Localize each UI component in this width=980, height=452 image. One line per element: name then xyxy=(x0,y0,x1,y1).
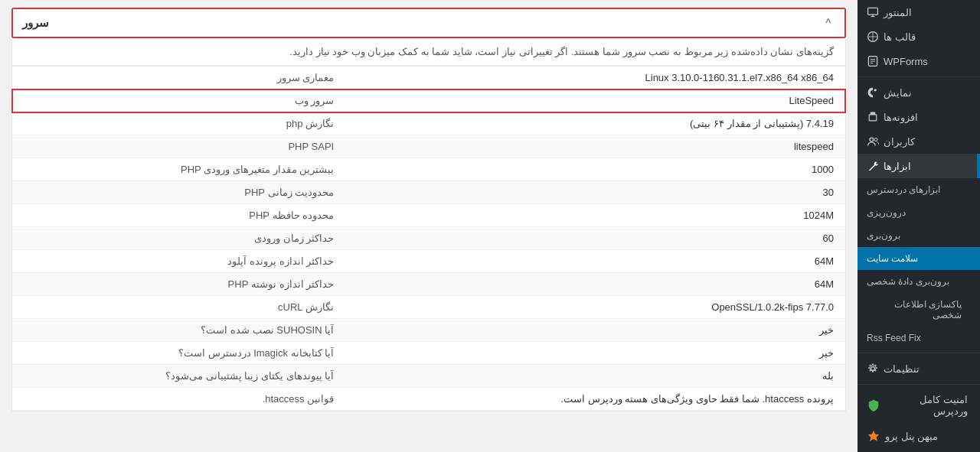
sidebar-item-export-personal[interactable]: برون‌بری دادۀ شخصی xyxy=(858,270,980,293)
sidebar-item-label: کاربران xyxy=(884,136,915,148)
sidebar-item-tools[interactable]: ابزارها xyxy=(858,154,980,178)
monitor-icon xyxy=(867,6,879,18)
sidebar-item-available-tools[interactable]: ابزارهای دردسترس xyxy=(858,178,980,201)
sidebar-item-label: درون‌ریزی xyxy=(867,207,906,218)
row-value: پرونده htaccess. شما فقط حاوی ویژگی‌های … xyxy=(345,388,845,411)
sidebar-item-plugins[interactable]: افزونه‌ها xyxy=(858,105,980,129)
panel-header: سرور ^ xyxy=(13,9,844,37)
table-row: 1000بیشترین مقدار متغیرهای ورودی PHP xyxy=(12,158,845,181)
row-label: محدودیت زمانی PHP xyxy=(12,181,345,204)
row-label: قوانین htaccess. xyxy=(12,388,345,411)
row-label: سرور وب xyxy=(12,89,345,112)
sidebar-item-monitor[interactable]: المنتور xyxy=(858,0,980,24)
row-value: بله xyxy=(345,365,845,388)
row-value: 1024M xyxy=(345,204,845,227)
row-value: خیر xyxy=(345,319,845,342)
sidebar-item-wpforms[interactable]: WPForms xyxy=(858,49,980,73)
star-icon xyxy=(867,429,880,443)
tools-icon xyxy=(867,160,879,172)
sidebar-item-label: المنتور xyxy=(884,7,912,18)
row-value: 30 xyxy=(345,181,845,204)
sidebar-item-export[interactable]: برون‌بری xyxy=(858,224,980,247)
sidebar-item-label: قالب ها xyxy=(884,31,916,43)
row-label: آیا SUHOSIN نصب شده است؟ xyxy=(12,319,345,342)
table-row: 7.4.19 (پشتیبانی از مقدار ۶۴ بیتی)نگارش … xyxy=(12,112,845,135)
server-info-table: Linux 3.10.0-1160.31.1.el7.x86_64 x86_64… xyxy=(12,67,845,411)
sidebar-section: المنتور قالب ها WPForms نمایش افزو xyxy=(858,0,980,452)
table-row: 30محدودیت زمانی PHP xyxy=(12,181,845,204)
main-content: سرور ^ گزینه‌های نشان داده‌شده زیر مربوط… xyxy=(0,0,858,452)
row-label: PHP SAPI xyxy=(12,135,345,158)
row-value: 64M xyxy=(345,250,845,273)
sidebar-item-erase-personal[interactable]: پاکسازی اطلاعات شخصی xyxy=(858,293,980,327)
table-row: پرونده htaccess. شما فقط حاوی ویژگی‌های … xyxy=(12,388,845,411)
row-value: litespeed xyxy=(345,135,845,158)
table-row: 60حداکثر زمان ورودی xyxy=(12,227,845,250)
table-row: OpenSSL/1.0.2k-fips 7.77.0نگارش cURL xyxy=(12,296,845,319)
sidebar-item-settings[interactable]: تنظیمات xyxy=(858,356,980,381)
sidebar-item-label: نمایش xyxy=(884,87,912,99)
users-icon xyxy=(867,135,879,148)
sidebar-item-rss-feed-fix[interactable]: Rss Feed Fix xyxy=(858,327,980,350)
info-table-container: Linux 3.10.0-1160.31.1.el7.x86_64 x86_64… xyxy=(11,66,846,411)
sidebar: المنتور قالب ها WPForms نمایش افزو xyxy=(858,0,980,452)
row-label: محدوده حافظه PHP xyxy=(12,204,345,227)
svg-point-14 xyxy=(874,138,877,141)
sidebar-item-themes[interactable]: قالب ها xyxy=(858,24,980,49)
row-label: نگارش cURL xyxy=(12,296,345,319)
row-label: آیا پیوندهای یکتای زیبا پشتیبانی می‌شود؟ xyxy=(12,365,345,388)
sidebar-item-import[interactable]: درون‌ریزی xyxy=(858,201,980,224)
shield-icon xyxy=(867,398,880,412)
sidebar-item-label: Rss Feed Fix xyxy=(867,333,921,343)
svg-rect-0 xyxy=(868,8,878,15)
sidebar-item-label: میهن پنل پرو xyxy=(885,431,938,442)
svg-rect-10 xyxy=(869,115,877,121)
row-value: LiteSpeed xyxy=(345,89,845,112)
table-row: خیرآیا SUHOSIN نصب شده است؟ xyxy=(12,319,845,342)
sidebar-item-label: برون‌بری xyxy=(867,230,900,241)
divider3 xyxy=(858,384,980,385)
table-row: litespeedPHP SAPI xyxy=(12,135,845,158)
sidebar-item-label: WPForms xyxy=(884,56,928,67)
row-value: 60 xyxy=(345,227,845,250)
panel-description: گزینه‌های نشان داده‌شده زیر مربوط به نصب… xyxy=(11,38,846,66)
sidebar-item-label: ابزارهای دردسترس xyxy=(867,184,940,195)
sidebar-item-theme-settings[interactable]: تنظیمات قالب xyxy=(858,449,980,452)
sidebar-item-site-health[interactable]: سلامت سایت xyxy=(858,247,980,270)
table-row: 64Mحداکثر اندازه پرونده آپلود xyxy=(12,250,845,273)
themes-icon xyxy=(867,31,879,43)
sidebar-item-users[interactable]: کاربران xyxy=(858,129,980,154)
sidebar-item-label: پاکسازی اطلاعات شخصی xyxy=(867,299,962,320)
table-row: Linux 3.10.0-1160.31.1.el7.x86_64 x86_64… xyxy=(12,67,845,89)
server-panel: سرور ^ xyxy=(11,8,846,38)
row-value: 1000 xyxy=(345,158,845,181)
sidebar-item-label: ابزارها xyxy=(884,161,911,172)
svg-point-8 xyxy=(874,89,877,91)
row-value: 7.4.19 (پشتیبانی از مقدار ۶۴ بیتی) xyxy=(345,112,845,135)
divider1 xyxy=(858,76,980,77)
panel-toggle-button[interactable]: ^ xyxy=(821,15,835,31)
divider2 xyxy=(858,353,980,353)
wpforms-icon xyxy=(867,55,879,67)
row-value: خیر xyxy=(345,342,845,365)
svg-point-13 xyxy=(870,138,874,141)
plugins-icon xyxy=(867,111,879,123)
sidebar-item-label: تنظیمات xyxy=(884,363,920,375)
sidebar-item-label: امنیت کامل وردپرس xyxy=(885,394,968,417)
table-row: LiteSpeedسرور وب xyxy=(12,89,845,112)
row-value: OpenSSL/1.0.2k-fips 7.77.0 xyxy=(345,296,845,319)
sidebar-item-all-in-one[interactable]: امنیت کامل وردپرس xyxy=(858,388,980,423)
appearance-icon xyxy=(867,86,879,99)
sidebar-item-label: برون‌بری دادۀ شخصی xyxy=(867,276,949,287)
row-label: آیا کتابخانه Imagick دردسترس است؟ xyxy=(12,342,345,365)
panel-title: سرور xyxy=(22,16,49,30)
sidebar-item-appearance[interactable]: نمایش xyxy=(858,80,980,105)
row-label: حداکثر اندازه نوشته PHP xyxy=(12,273,345,296)
row-label: معماری سرور xyxy=(12,67,345,89)
sidebar-item-mihanpanel[interactable]: میهن پنل پرو xyxy=(858,423,980,449)
row-value: Linux 3.10.0-1160.31.1.el7.x86_64 x86_64 xyxy=(345,67,845,89)
table-row: 64Mحداکثر اندازه نوشته PHP xyxy=(12,273,845,296)
svg-point-15 xyxy=(871,367,875,371)
table-row: 1024Mمحدوده حافظه PHP xyxy=(12,204,845,227)
row-label: بیشترین مقدار متغیرهای ورودی PHP xyxy=(12,158,345,181)
